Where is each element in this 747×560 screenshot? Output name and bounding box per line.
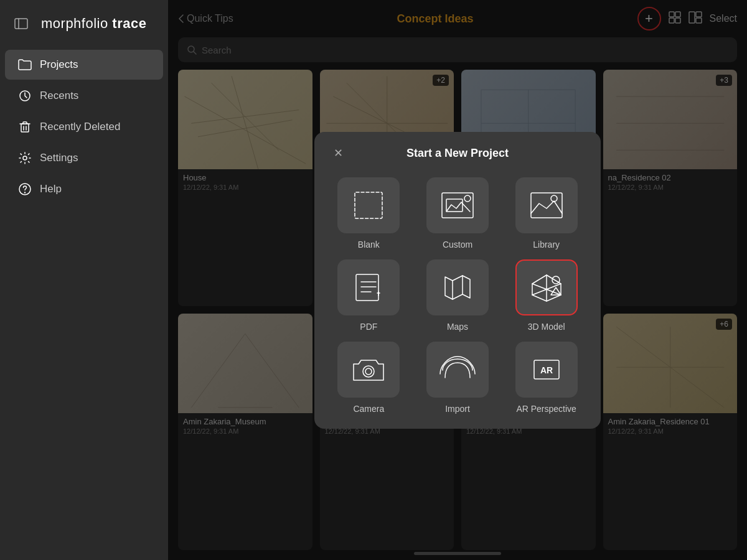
modal-overlay[interactable]: ✕ Start a New Project Blank	[168, 0, 747, 560]
modal-icon-box-custom	[426, 177, 489, 233]
svg-point-44	[464, 195, 471, 202]
svg-rect-43	[446, 199, 463, 212]
main-content: Quick Tips Concept Ideas +	[168, 0, 747, 560]
sidebar-nav: Projects Recents	[0, 45, 168, 209]
sidebar-item-settings[interactable]: Settings	[5, 143, 163, 173]
svg-point-59	[552, 276, 560, 284]
modal-items-grid: Blank Custom	[329, 177, 586, 414]
modal-item-label-library: Library	[533, 240, 560, 250]
modal-close-button[interactable]: ✕	[329, 144, 347, 162]
svg-point-8	[25, 192, 26, 193]
sidebar: morphfolio trace Projects Recents	[0, 0, 168, 560]
modal-item-ar-perspective[interactable]: AR AR Perspective	[507, 342, 586, 414]
modal-icon-box-ar: AR	[515, 342, 578, 398]
sidebar-item-settings-label: Settings	[40, 152, 78, 164]
modal-item-label-maps: Maps	[447, 322, 468, 332]
trash-icon	[17, 119, 32, 134]
modal-item-library[interactable]: Library	[507, 177, 586, 250]
sidebar-item-recents[interactable]: Recents	[5, 81, 163, 111]
modal-item-label-3d-model: 3D Model	[528, 322, 565, 332]
modal-item-maps[interactable]: Maps	[418, 259, 497, 332]
svg-point-61	[363, 366, 374, 377]
modal-item-label-blank: Blank	[358, 240, 380, 250]
sidebar-item-help[interactable]: Help	[5, 174, 163, 204]
modal-icon-box-import	[426, 342, 489, 398]
svg-rect-41	[355, 192, 382, 218]
sidebar-item-projects-label: Projects	[40, 58, 78, 71]
modal-item-custom[interactable]: Custom	[418, 177, 497, 250]
modal-item-label-camera: Camera	[353, 404, 384, 414]
modal-icon-box-3d-model	[515, 259, 578, 315]
svg-point-6	[23, 156, 27, 160]
svg-point-62	[365, 368, 372, 375]
new-project-modal: ✕ Start a New Project Blank	[314, 132, 601, 429]
clock-icon	[17, 88, 32, 103]
modal-icon-box-maps	[426, 259, 489, 315]
sidebar-item-projects[interactable]: Projects	[5, 50, 163, 80]
modal-item-label-pdf: PDF	[360, 322, 377, 332]
modal-item-3d-model[interactable]: 3D Model	[507, 259, 586, 332]
modal-icon-box-library	[515, 177, 578, 233]
modal-item-label-ar: AR Perspective	[516, 404, 576, 414]
modal-icon-box-camera	[337, 342, 400, 398]
modal-item-import[interactable]: Import	[418, 342, 497, 414]
app-logo: morphfolio trace	[41, 16, 146, 32]
modal-item-pdf[interactable]: PDF	[329, 259, 408, 332]
modal-icon-box-pdf	[337, 259, 400, 315]
sidebar-item-recents-label: Recents	[40, 90, 78, 102]
svg-rect-0	[15, 19, 27, 29]
sidebar-item-recently-deleted-label: Recently Deleted	[40, 121, 120, 133]
sidebar-item-help-label: Help	[40, 183, 62, 195]
modal-item-blank[interactable]: Blank	[329, 177, 408, 250]
modal-item-label-import: Import	[445, 404, 470, 414]
sidebar-item-recently-deleted[interactable]: Recently Deleted	[5, 112, 163, 142]
modal-icon-box-blank	[337, 177, 400, 233]
folder-icon	[17, 57, 32, 72]
modal-item-camera[interactable]: Camera	[329, 342, 408, 414]
question-icon	[17, 182, 32, 197]
modal-header: ✕ Start a New Project	[329, 147, 586, 160]
svg-text:AR: AR	[540, 365, 553, 375]
modal-item-label-custom: Custom	[443, 240, 472, 250]
svg-rect-45	[531, 193, 562, 218]
svg-rect-47	[356, 274, 378, 301]
sidebar-header: morphfolio trace	[0, 0, 168, 45]
sidebar-toggle-button[interactable]	[10, 12, 32, 35]
svg-rect-3	[21, 124, 29, 132]
modal-title: Start a New Project	[406, 147, 509, 160]
gear-icon	[17, 151, 32, 166]
